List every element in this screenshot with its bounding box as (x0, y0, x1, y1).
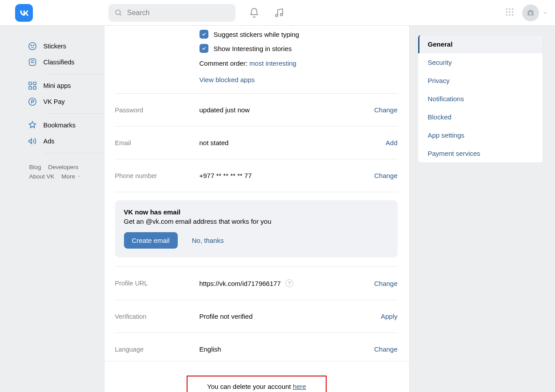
tab-general[interactable]: General (418, 35, 543, 53)
svg-point-13 (529, 12, 532, 14)
comment-order-label: Comment order: (200, 59, 250, 67)
footer-blog[interactable]: Blog (29, 164, 41, 170)
bookmark-icon (28, 120, 37, 130)
tab-notifications[interactable]: Notifications (418, 90, 543, 108)
svg-point-24 (28, 98, 36, 106)
verification-apply-link[interactable]: Apply (381, 313, 398, 320)
url-value: https://vk.com/id717966177 ? (200, 279, 374, 287)
no-thanks-button[interactable]: No, thanks (192, 237, 224, 244)
services-grid-icon[interactable] (505, 8, 514, 18)
email-promo: VK now has email Get an @vk.com email ad… (115, 200, 398, 257)
svg-line-1 (120, 14, 121, 16)
svg-point-3 (280, 13, 283, 16)
url-label: Profile URL (115, 280, 200, 287)
search-placeholder: Search (127, 9, 150, 17)
tab-privacy[interactable]: Privacy (418, 71, 543, 90)
phone-label: Phone number (115, 172, 200, 179)
email-add-link[interactable]: Add (386, 139, 398, 147)
notifications-icon[interactable] (249, 8, 260, 18)
profile-menu[interactable] (522, 4, 548, 21)
sidebar-item-ads[interactable]: Ads (28, 133, 104, 149)
language-label: Language (115, 346, 200, 353)
tab-security[interactable]: Security (418, 53, 543, 71)
sidebar-label: Ads (44, 138, 55, 145)
setting-label: Suggest stickers while typing (214, 31, 299, 38)
profile-url-section: Profile URL https://vk.com/id717966177 ?… (115, 266, 398, 300)
password-value: updated just now (200, 106, 374, 114)
footer-developers[interactable]: Developers (48, 164, 78, 170)
settings-tabs: General Security Privacy Notifications B… (418, 35, 543, 163)
setting-label: Show Interesting in stories (214, 45, 292, 52)
settings-panel: Suggest stickers while typing Show Inter… (104, 26, 410, 392)
svg-point-14 (28, 43, 36, 50)
sidebar-label: Stickers (44, 43, 67, 50)
sidebar-item-classifieds[interactable]: Classifieds (28, 54, 104, 70)
language-section: Language English Change (115, 333, 398, 361)
sidebar-item-bookmarks[interactable]: Bookmarks (28, 117, 104, 133)
password-section: Password updated just now Change (115, 93, 398, 126)
left-nav: Stickers Classifieds Mini apps VK Pay Bo… (12, 26, 104, 392)
language-value: English (200, 345, 374, 353)
svg-point-2 (276, 14, 278, 16)
setting-suggest-stickers[interactable]: Suggest stickers while typing (115, 28, 398, 40)
nav-footer: Blog Developers About VK More (28, 164, 104, 180)
svg-point-9 (512, 11, 513, 12)
email-section: Email not stated Add (115, 126, 398, 159)
search-icon (115, 9, 123, 17)
search-input[interactable]: Search (108, 4, 236, 22)
sidebar-label: VK Pay (44, 98, 65, 105)
phone-value: +977 ** ** ** ** 77 (200, 172, 374, 179)
vk-logo[interactable] (15, 4, 33, 22)
svg-point-5 (509, 8, 510, 10)
checkbox-checked-icon (200, 30, 208, 39)
footer-more-label: More (61, 173, 75, 180)
music-icon[interactable] (274, 8, 284, 18)
footer-more[interactable]: More (61, 173, 81, 180)
promo-title: VK now has email (124, 208, 389, 216)
ads-icon (28, 136, 37, 146)
svg-point-0 (116, 10, 120, 15)
footer-about[interactable]: About VK (29, 173, 55, 180)
tab-blocked[interactable]: Blocked (418, 108, 543, 126)
svg-point-15 (31, 45, 32, 46)
help-icon[interactable]: ? (285, 279, 293, 287)
phone-section: Phone number +977 ** ** ** ** 77 Change (115, 159, 398, 192)
nav-separator (44, 74, 110, 74)
comment-order-value[interactable]: most interesting (249, 59, 296, 67)
miniapps-icon (28, 81, 37, 91)
page: Stickers Classifieds Mini apps VK Pay Bo… (0, 26, 555, 392)
camera-icon (526, 8, 535, 17)
svg-rect-17 (29, 59, 36, 66)
nav-separator (44, 153, 110, 153)
svg-rect-20 (28, 82, 31, 85)
url-change-link[interactable]: Change (374, 280, 398, 287)
password-label: Password (115, 107, 200, 114)
delete-account-link[interactable]: here (293, 383, 306, 390)
sidebar-item-miniapps[interactable]: Mini apps (28, 78, 104, 94)
delete-account-highlight: You can delete your account here (187, 376, 327, 392)
tab-app-settings[interactable]: App settings (418, 126, 543, 144)
tab-payment-services[interactable]: Payment services (418, 144, 543, 162)
sticker-icon (28, 41, 37, 51)
email-label: Email (115, 139, 200, 147)
view-blocked-apps-link[interactable]: View blocked apps (200, 76, 255, 83)
svg-point-12 (512, 14, 513, 16)
phone-change-link[interactable]: Change (374, 172, 398, 179)
svg-rect-23 (33, 87, 36, 89)
setting-show-interesting[interactable]: Show Interesting in stories (115, 43, 398, 54)
sidebar-label: Bookmarks (44, 122, 76, 129)
create-email-button[interactable]: Create email (124, 232, 178, 249)
svg-point-16 (33, 45, 34, 46)
password-change-link[interactable]: Change (374, 106, 398, 114)
sidebar-item-vkpay[interactable]: VK Pay (28, 94, 104, 110)
language-change-link[interactable]: Change (374, 345, 398, 353)
sidebar-item-stickers[interactable]: Stickers (28, 38, 104, 54)
top-icons (249, 8, 284, 18)
delete-text: You can delete your account (207, 383, 293, 390)
verification-section: Verification Profile not verified Apply (115, 300, 398, 333)
avatar (522, 4, 539, 21)
url-prefix: https://vk.com/ (200, 280, 243, 287)
svg-point-8 (509, 11, 510, 12)
vkpay-icon (28, 97, 37, 107)
svg-rect-22 (28, 87, 31, 89)
